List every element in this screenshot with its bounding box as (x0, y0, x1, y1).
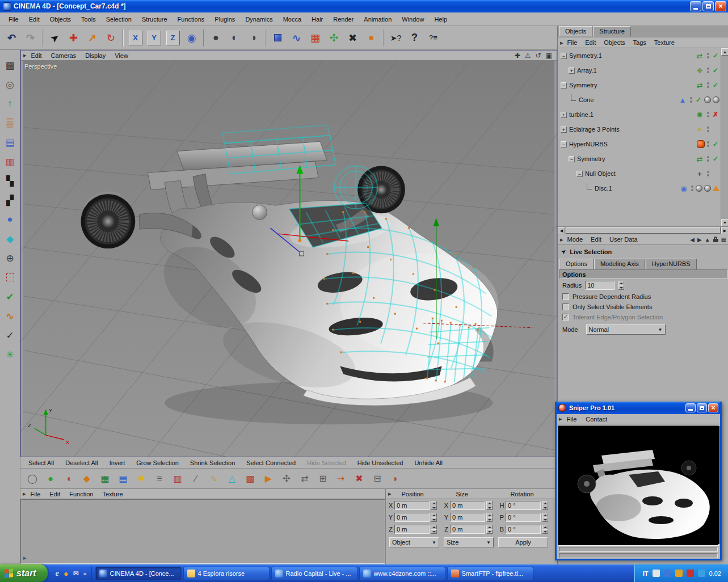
menu-hair[interactable]: Hair (306, 14, 328, 24)
hide-unselected-button[interactable]: Hide Unselected (357, 459, 403, 466)
workplane-button[interactable]: ● (2, 210, 19, 229)
visibility-dots[interactable] (706, 68, 710, 73)
panel-arrow-icon[interactable]: ▸ (386, 490, 394, 497)
taskbar-task-cinema4d[interactable]: CINEMA 4D - [Conce... (95, 567, 182, 580)
material-list-area[interactable]: ▸ (20, 499, 385, 564)
select-all-button[interactable]: Select All (28, 459, 54, 466)
rotation-p-stepper[interactable] (542, 513, 548, 522)
object-label[interactable]: Symmetry (577, 155, 605, 162)
material-menu-file[interactable]: File (26, 490, 45, 498)
media-player-icon[interactable]: ● (64, 569, 68, 578)
up-arrow-icon[interactable]: ▲ (705, 237, 710, 243)
object-label[interactable]: Disc.1 (595, 185, 612, 192)
maximize-view-icon[interactable]: ▣ (546, 52, 552, 60)
add-primitive-button[interactable] (268, 28, 287, 48)
visibility-dots[interactable] (706, 82, 710, 88)
scale-tool[interactable]: ↗ (83, 28, 102, 48)
sniper-menu-contact[interactable]: Contact (581, 415, 612, 423)
material-tag-icon[interactable] (704, 96, 711, 103)
context-help-button[interactable]: ?≡ (424, 28, 443, 48)
objects-menu-objects[interactable]: Objects (600, 39, 629, 47)
menu-edit[interactable]: Edit (24, 14, 45, 24)
hide-selected-button[interactable]: Hide Selected (307, 459, 346, 466)
material-menu-edit[interactable]: Edit (45, 490, 65, 498)
size-y-stepper[interactable] (486, 513, 493, 522)
live-selection-tool[interactable]: ➤ (45, 28, 64, 48)
tree-row[interactable]: − Null Object +✓ (558, 166, 728, 181)
material-tag-icon[interactable] (696, 185, 702, 192)
expand-icon[interactable]: + (561, 112, 567, 118)
lock-icon[interactable] (713, 237, 718, 242)
menu-window[interactable]: Window (397, 14, 429, 24)
tree-row[interactable]: + Eclairage 3 Points ☀✓ (558, 122, 728, 137)
tree-row[interactable]: − Symmetry ⇄✓ (558, 151, 728, 166)
wave-deform-button[interactable]: ∿ (205, 470, 222, 487)
menu-selection[interactable]: Selection (101, 14, 137, 24)
knife-button[interactable]: ∕ (187, 470, 204, 487)
attributes-menu-userdata[interactable]: User Data (605, 235, 642, 243)
viewport-menu-display[interactable]: Display (81, 52, 110, 60)
rotation-p-field[interactable]: 0 ° (506, 513, 541, 522)
menu-help[interactable]: Help (429, 14, 452, 24)
history-forward-icon[interactable]: ▶ (697, 237, 702, 243)
points-mode-button[interactable]: ▒ (2, 113, 19, 133)
visibility-dots[interactable] (706, 156, 710, 162)
rotation-b-stepper[interactable] (542, 525, 548, 534)
object-axis-mode-button[interactable]: ↑ (2, 94, 19, 113)
viewport-menu-view[interactable]: View (110, 52, 133, 60)
ring-selection-button[interactable]: ◯ (24, 470, 41, 487)
rotation-b-field[interactable]: 0 ° (506, 525, 541, 534)
object-label[interactable]: turbine.1 (569, 111, 594, 118)
make-editable-button[interactable]: ▩ (2, 56, 19, 75)
grow-selection-button[interactable]: Grow Selection (136, 459, 179, 466)
objects-menu-tags[interactable]: Tags (629, 39, 650, 47)
enable-axis-button[interactable]: ✓ (2, 326, 19, 345)
layer-check-button[interactable]: ✔ (2, 287, 19, 306)
position-x-stepper[interactable] (431, 501, 437, 510)
add-nurbs-button[interactable]: ▦ (306, 28, 325, 48)
position-z-stepper[interactable] (431, 525, 437, 534)
rotation-h-field[interactable]: 0 ° (506, 501, 541, 510)
menu-animation[interactable]: Animation (359, 14, 397, 24)
rotate-tool[interactable]: ↻ (102, 28, 120, 48)
mode-dropdown[interactable]: Normal ▼ (586, 324, 666, 335)
tab-structure[interactable]: Structure (593, 26, 631, 37)
render-view-button[interactable]: ● (207, 28, 225, 48)
only-select-visible-checkbox[interactable] (562, 303, 569, 310)
enabled-check-icon[interactable]: ✓ (712, 52, 719, 60)
magic-axis-button[interactable]: ✳ (2, 345, 19, 364)
invert-button[interactable]: Invert (110, 459, 125, 466)
tab-options[interactable]: Options (559, 259, 594, 269)
viewport-canvas[interactable]: Y X Z Perspective (21, 61, 557, 457)
radius-field[interactable]: 10 (585, 281, 615, 290)
red-pot-button[interactable]: ◗ (387, 470, 404, 487)
menu-render[interactable]: Render (328, 14, 359, 24)
disc-tool-button[interactable]: ◖ (60, 470, 77, 487)
plane-tool-button[interactable]: ▦ (96, 470, 113, 487)
undo-button[interactable]: ↶ (2, 28, 21, 48)
menu-file[interactable]: File (3, 14, 24, 24)
visibility-dots[interactable] (706, 53, 710, 58)
layout-icon[interactable]: ▦ (721, 237, 726, 243)
phong-tag-icon[interactable] (713, 96, 719, 103)
add-spline-button[interactable]: ∿ (287, 28, 306, 48)
apply-button[interactable]: Apply (498, 537, 548, 547)
sniper-render-preview[interactable] (558, 425, 719, 546)
render-picture-viewer-button[interactable]: ◐ (225, 28, 244, 48)
snap-mode-button[interactable]: ◆ (2, 229, 19, 248)
material-menu-function[interactable]: Function (65, 490, 98, 498)
add-grid-button[interactable]: ⊞ (314, 470, 331, 487)
chevron-icon[interactable]: » (83, 570, 86, 577)
maximize-button[interactable] (702, 1, 714, 11)
scrollbar-thumb[interactable] (566, 227, 721, 234)
object-label[interactable]: Symmetry.1 (569, 52, 602, 59)
triangulate-button[interactable]: △ (224, 470, 241, 487)
render-settings-button[interactable]: ◑ (244, 28, 263, 48)
enabled-check-icon[interactable]: ✓ (712, 81, 719, 89)
taskbar-task-radio[interactable]: Radio Capital - Live - ... (271, 567, 357, 580)
selection-tag-icon[interactable] (713, 185, 719, 191)
scroll-up-icon[interactable]: ▲ (721, 48, 728, 56)
visibility-dots[interactable] (706, 112, 710, 117)
deselect-all-button[interactable]: Deselect All (65, 459, 98, 466)
menu-tools[interactable]: Tools (76, 14, 101, 24)
